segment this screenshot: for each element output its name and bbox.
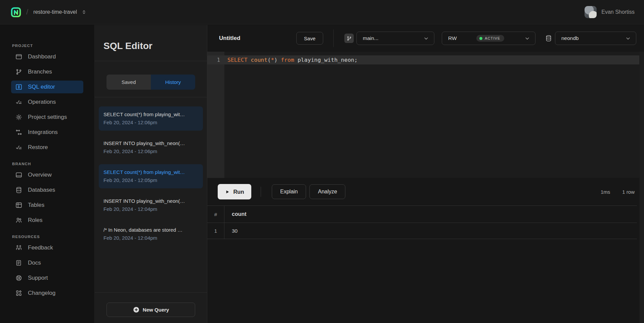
tab-saved[interactable]: Saved	[106, 75, 151, 90]
code-token: from	[281, 57, 294, 63]
sidebar-item-label: Docs	[28, 260, 41, 266]
integrations-icon	[15, 129, 23, 136]
sidebar-item-changelog[interactable]: Changelog	[11, 287, 83, 299]
line-number: 1	[207, 57, 224, 63]
history-item[interactable]: /* In Neon, databases are stored …Feb 20…	[99, 222, 203, 246]
tab-history[interactable]: History	[151, 75, 195, 90]
sidebar-item-label: Integrations	[28, 129, 58, 136]
new-query-label: New Query	[143, 307, 169, 313]
history-timestamp: Feb 20, 2024 - 12:06pm	[103, 147, 198, 155]
compute-select[interactable]: RW ACTIVE	[442, 32, 535, 45]
sidebar-item-branches[interactable]: Branches	[11, 65, 83, 78]
user-name[interactable]: Evan Shortiss	[601, 9, 635, 15]
code-token: playing_with_neon;	[294, 57, 358, 63]
changelog-icon	[15, 289, 23, 297]
sidebar-item-feedback[interactable]: Feedback	[11, 241, 83, 254]
connection-controls: main... RW ACTIVE	[334, 25, 644, 52]
sidebar-item-sql-editor[interactable]: SQL editor	[11, 81, 83, 93]
history-query-text: INSERT INTO playing_with_neon(…	[103, 139, 198, 147]
scrollbar[interactable]	[639, 52, 644, 323]
history-timestamp: Feb 20, 2024 - 12:04pm	[103, 234, 198, 242]
roles-icon	[15, 217, 23, 224]
code-token	[277, 57, 281, 63]
sidebar-item-label: Feedback	[28, 244, 53, 251]
feedback-icon	[15, 244, 23, 251]
result-cell-value: 30	[224, 228, 238, 234]
history-item[interactable]: SELECT count(*) from playing_wit…Feb 20,…	[99, 106, 203, 131]
status-dot-icon	[479, 37, 482, 40]
sidebar-item-label: Branches	[28, 68, 52, 75]
chevron-down-icon	[423, 35, 429, 42]
sidebar-item-tables[interactable]: Tables	[11, 199, 83, 212]
result-row[interactable]: 130	[207, 223, 637, 239]
panel-tabs-wrap: SavedHistory	[95, 67, 207, 97]
branches-icon	[15, 68, 23, 76]
code-editor[interactable]: 1 SELECT count(*) from playing_with_neon…	[207, 52, 644, 178]
history-item[interactable]: SELECT count(*) from playing_wit…Feb 20,…	[99, 164, 203, 188]
sidebar-section-project: PROJECTDashboardBranchesSQL editorOperat…	[11, 44, 83, 154]
code-token: count	[251, 57, 268, 63]
sidebar-item-docs[interactable]: Docs	[11, 257, 83, 269]
results-header-row: #count	[207, 206, 637, 223]
sidebar-item-label: Project settings	[28, 114, 67, 121]
sidebar-item-dashboard[interactable]: Dashboard	[11, 50, 83, 63]
history-timestamp: Feb 20, 2024 - 12:05pm	[103, 176, 198, 184]
user-avatar[interactable]	[585, 6, 597, 18]
new-query-button[interactable]: New Query	[106, 303, 195, 317]
chevron-down-icon	[625, 35, 631, 42]
sidebar-item-databases[interactable]: Databases	[11, 184, 83, 196]
editor-header: Untitled Save main... RW ACTI	[207, 25, 644, 52]
sidebar-item-label: Operations	[28, 99, 56, 105]
neon-logo-icon[interactable]	[11, 7, 21, 17]
query-title-group: Untitled Save	[207, 25, 333, 52]
top-bar: / restore-time-travel Evan Shortiss	[0, 0, 644, 25]
sidebar-item-operations[interactable]: Operations	[11, 96, 83, 108]
plus-circle-icon	[133, 306, 140, 313]
results-col-count: count	[224, 211, 247, 217]
operations-icon	[15, 98, 23, 106]
project-name: restore-time-travel	[33, 9, 77, 15]
sidebar-item-roles[interactable]: Roles	[11, 214, 83, 227]
history-query-text: SELECT count(*) from playing_wit…	[103, 110, 198, 119]
compute-select-value: RW	[448, 35, 457, 41]
run-button[interactable]: Run	[218, 184, 251, 199]
history-query-text: INSERT INTO playing_with_neon(…	[103, 197, 198, 205]
sidebar-item-label: Tables	[28, 202, 44, 209]
database-icon	[545, 35, 552, 42]
overview-icon	[15, 171, 23, 179]
tables-icon	[15, 201, 23, 209]
sql-editor-icon	[15, 83, 23, 91]
sidebar-item-overview[interactable]: Overview	[11, 169, 83, 181]
code-token	[248, 57, 251, 63]
result-row-index: 1	[207, 223, 224, 239]
code-token: (	[267, 57, 271, 63]
page-title: SQL Editor	[95, 31, 207, 61]
history-item[interactable]: INSERT INTO playing_with_neon(…Feb 20, 2…	[99, 135, 203, 159]
analyze-button[interactable]: Analyze	[309, 184, 345, 199]
history-item[interactable]: INSERT INTO playing_with_neon(…Feb 20, 2…	[99, 193, 203, 217]
query-row-count: 1 row	[622, 189, 635, 195]
sidebar-section-resources: RESOURCESFeedbackDocsSupportChangelog	[11, 235, 83, 299]
code-line: 1 SELECT count(*) from playing_with_neon…	[207, 55, 644, 64]
sidebar-item-label: Changelog	[28, 290, 55, 296]
save-button[interactable]: Save	[296, 32, 323, 45]
explain-button[interactable]: Explain	[272, 184, 306, 199]
branch-select[interactable]: main...	[356, 32, 434, 45]
main-area: Untitled Save main... RW ACTI	[207, 25, 644, 323]
sidebar-item-project-settings[interactable]: Project settings	[11, 111, 83, 124]
history-timestamp: Feb 20, 2024 - 12:04pm	[103, 205, 198, 213]
compute-status-label: ACTIVE	[485, 36, 500, 40]
sidebar-item-integrations[interactable]: Integrations	[11, 126, 83, 139]
play-icon	[225, 189, 230, 194]
sidebar-item-restore[interactable]: Restore	[11, 141, 83, 154]
sidebar-item-label: Support	[28, 275, 48, 281]
database-select[interactable]: neondb	[555, 32, 636, 45]
code-token: *	[271, 57, 274, 63]
sidebar-item-label: Overview	[28, 172, 52, 178]
history-query-text: SELECT count(*) from playing_wit…	[103, 168, 198, 176]
project-switcher[interactable]: restore-time-travel	[33, 9, 87, 15]
results-table: #count130	[207, 205, 637, 239]
history-list: SELECT count(*) from playing_wit…Feb 20,…	[95, 97, 207, 246]
docs-icon	[15, 259, 23, 267]
sidebar-item-support[interactable]: Support	[11, 272, 83, 284]
